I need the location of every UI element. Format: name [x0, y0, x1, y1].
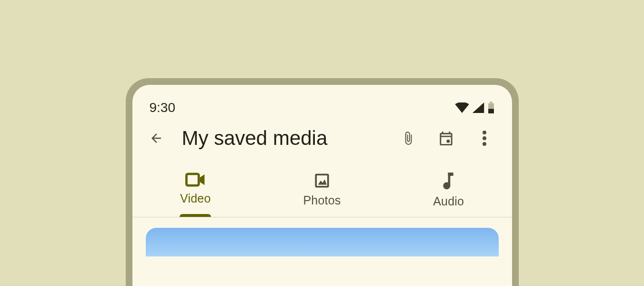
more-button[interactable] — [473, 127, 496, 150]
more-vert-icon — [483, 131, 486, 146]
videocam-icon — [185, 173, 205, 187]
status-icons — [455, 102, 495, 114]
tab-label: Photos — [303, 194, 341, 207]
calendar-icon — [438, 130, 454, 147]
svg-point-11 — [443, 182, 450, 189]
svg-rect-7 — [187, 174, 199, 185]
content-area — [132, 217, 512, 256]
image-icon — [314, 173, 330, 189]
svg-point-4 — [483, 131, 486, 134]
svg-rect-2 — [488, 109, 494, 113]
status-time: 9:30 — [150, 100, 176, 115]
tab-photos[interactable]: Photos — [259, 167, 385, 217]
svg-point-6 — [483, 142, 486, 146]
music-note-icon — [442, 173, 456, 190]
status-bar: 9:30 — [132, 85, 512, 119]
tab-video[interactable]: Video — [132, 167, 259, 217]
arrow-back-icon — [149, 131, 163, 145]
tab-label: Video — [180, 192, 211, 205]
tab-label: Audio — [433, 194, 464, 208]
media-preview[interactable] — [146, 228, 499, 256]
topbar-actions — [397, 127, 503, 150]
signal-icon — [472, 102, 484, 113]
tab-audio[interactable]: Audio — [385, 167, 512, 217]
attachment-icon — [401, 130, 415, 146]
tab-bar: Video Photos — [132, 167, 512, 217]
calendar-button[interactable] — [435, 127, 458, 150]
top-app-bar: My saved media — [132, 119, 512, 155]
page-title: My saved media — [179, 127, 385, 150]
svg-rect-0 — [490, 102, 492, 103]
svg-point-3 — [446, 139, 450, 143]
attachment-button[interactable] — [397, 127, 420, 150]
wifi-icon — [455, 102, 469, 113]
device-screen: 9:30 — [132, 85, 512, 286]
battery-icon — [487, 102, 495, 114]
tab-indicator — [180, 214, 211, 217]
svg-rect-8 — [316, 174, 328, 187]
device-frame: 9:30 — [126, 78, 519, 286]
svg-point-5 — [483, 136, 486, 140]
back-button[interactable] — [145, 127, 168, 150]
